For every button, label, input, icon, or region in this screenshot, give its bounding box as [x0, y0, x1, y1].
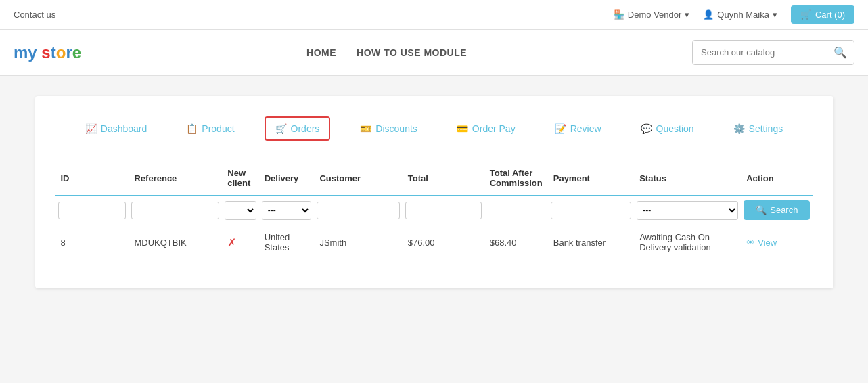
col-customer: Customer: [314, 161, 402, 196]
question-icon: 💬: [641, 123, 652, 134]
logo-my: my: [14, 43, 41, 62]
row-delivery: United States: [259, 224, 315, 261]
tab-review-label: Review: [570, 123, 601, 134]
col-new-client-label: Newclient: [227, 168, 250, 188]
orders-table-container: ID Reference Newclient Delivery Customer…: [55, 161, 813, 261]
col-new-client: Newclient: [222, 161, 258, 196]
row-status: Awaiting Cash On Delivery validation: [634, 224, 741, 261]
filter-action-cell: 🔍 Search: [741, 196, 813, 224]
vendor-menu[interactable]: 🏪 Demo Vendor ▾: [614, 9, 690, 20]
filter-reference-input[interactable]: [131, 202, 219, 219]
filter-delivery-cell: ---: [259, 196, 315, 224]
col-status: Status: [634, 161, 741, 196]
cart-label: Cart (0): [815, 9, 845, 20]
cart-icon: 🛒: [800, 9, 811, 20]
row-new-client: ✗: [222, 224, 258, 261]
col-delivery: Delivery: [259, 161, 315, 196]
tab-order-pay[interactable]: 💳 Order Pay: [447, 118, 525, 139]
row-payment: Bank transfer: [548, 224, 634, 261]
nav-how-to-use[interactable]: HOW TO USE MODULE: [357, 47, 467, 58]
tab-question-label: Question: [656, 123, 694, 134]
vendor-dashboard-card: 📈 Dashboard 📋 Product 🛒 Orders 🎫 Discoun…: [35, 96, 833, 288]
store-icon: 🏪: [614, 9, 624, 20]
logo-text: my store: [14, 43, 81, 62]
row-action: 👁 View: [741, 224, 813, 261]
review-icon: 📝: [555, 123, 566, 134]
user-chevron-icon: ▾: [773, 9, 777, 20]
filter-new-client-select[interactable]: Yes No: [225, 201, 256, 220]
row-id: 8: [55, 224, 129, 261]
tab-discounts[interactable]: 🎫 Discounts: [350, 118, 426, 139]
row-customer: JSmith: [314, 224, 402, 261]
tab-discounts-label: Discounts: [375, 123, 417, 134]
filter-delivery-select[interactable]: ---: [262, 201, 312, 220]
tab-orders[interactable]: 🛒 Orders: [265, 116, 331, 141]
topbar: Contact us 🏪 Demo Vendor ▾ 👤 Quynh Maika…: [0, 0, 868, 30]
user-icon: 👤: [703, 9, 714, 20]
cart-button[interactable]: 🛒 Cart (0): [791, 5, 854, 24]
table-row: 8 MDUKQTBIK ✗ United States JSmith $76.0…: [55, 224, 813, 261]
col-reference: Reference: [129, 161, 222, 196]
tab-order-pay-label: Order Pay: [472, 123, 516, 134]
user-menu[interactable]: 👤 Quynh Maika ▾: [703, 9, 777, 20]
col-total-after-commission: Total AfterCommission: [484, 161, 548, 196]
tab-product[interactable]: 📋 Product: [177, 118, 244, 139]
search-submit-button[interactable]: 🔍: [827, 41, 854, 64]
filter-payment-cell: [548, 196, 634, 224]
filter-row: Yes No ---: [55, 196, 813, 224]
tab-review[interactable]: 📝 Review: [545, 118, 611, 139]
filter-customer-input[interactable]: [317, 202, 399, 219]
filter-total-input[interactable]: [405, 202, 482, 219]
eye-icon: 👁: [746, 238, 755, 248]
tabs-row: 📈 Dashboard 📋 Product 🛒 Orders 🎫 Discoun…: [55, 110, 813, 154]
new-client-cross-icon: ✗: [227, 237, 236, 248]
chart-icon: 📈: [85, 123, 97, 134]
user-label: Quynh Maika: [717, 9, 769, 20]
filter-new-client-cell: Yes No: [222, 196, 258, 224]
vendor-chevron-icon: ▾: [685, 9, 689, 20]
discount-icon: 🎫: [360, 123, 371, 134]
tab-dashboard[interactable]: 📈 Dashboard: [76, 118, 157, 139]
filter-reference-cell: [129, 196, 222, 224]
table-icon: 📋: [186, 123, 198, 134]
search-input[interactable]: [693, 42, 827, 63]
header: my store HOME HOW TO USE MODULE 🔍: [0, 30, 868, 76]
tab-settings-label: Settings: [749, 123, 783, 134]
view-label: View: [758, 238, 777, 248]
tab-settings[interactable]: ⚙️ Settings: [724, 118, 793, 139]
filter-payment-input[interactable]: [551, 202, 631, 219]
logo[interactable]: my store: [14, 43, 81, 62]
orders-table: ID Reference Newclient Delivery Customer…: [55, 161, 813, 261]
search-button[interactable]: 🔍 Search: [744, 200, 810, 220]
col-payment: Payment: [548, 161, 634, 196]
main-nav: HOME HOW TO USE MODULE: [306, 47, 467, 58]
filter-customer-cell: [314, 196, 402, 224]
orderpay-icon: 💳: [457, 123, 468, 134]
settings-icon: ⚙️: [733, 123, 745, 134]
filter-total-cell: [403, 196, 484, 224]
row-total-commission: $68.40: [484, 224, 548, 261]
tab-product-label: Product: [202, 123, 234, 134]
col-total: Total: [403, 161, 484, 196]
nav-home[interactable]: HOME: [306, 47, 336, 58]
tab-question[interactable]: 💬 Question: [631, 118, 704, 139]
row-total: $76.00: [403, 224, 484, 261]
table-header-row: ID Reference Newclient Delivery Customer…: [55, 161, 813, 196]
contact-us-link[interactable]: Contact us: [14, 9, 55, 20]
vendor-label: Demo Vendor: [628, 9, 682, 20]
topbar-right: 🏪 Demo Vendor ▾ 👤 Quynh Maika ▾ 🛒 Cart (…: [614, 5, 854, 24]
search-icon: 🔍: [833, 47, 847, 58]
filter-status-cell: ---: [634, 196, 741, 224]
col-action: Action: [741, 161, 813, 196]
cart-tab-icon: 🛒: [275, 123, 287, 134]
filter-total-commission-cell: [484, 196, 548, 224]
filter-id-input[interactable]: [58, 202, 127, 219]
main-content: 📈 Dashboard 📋 Product 🛒 Orders 🎫 Discoun…: [0, 76, 868, 309]
search-btn-icon: 🔍: [756, 205, 767, 215]
col-id: ID: [55, 161, 129, 196]
filter-status-select[interactable]: ---: [637, 201, 738, 220]
view-order-link[interactable]: 👁 View: [746, 238, 807, 248]
tab-orders-label: Orders: [291, 123, 320, 134]
search-btn-label: Search: [770, 205, 798, 215]
tab-dashboard-label: Dashboard: [101, 123, 147, 134]
